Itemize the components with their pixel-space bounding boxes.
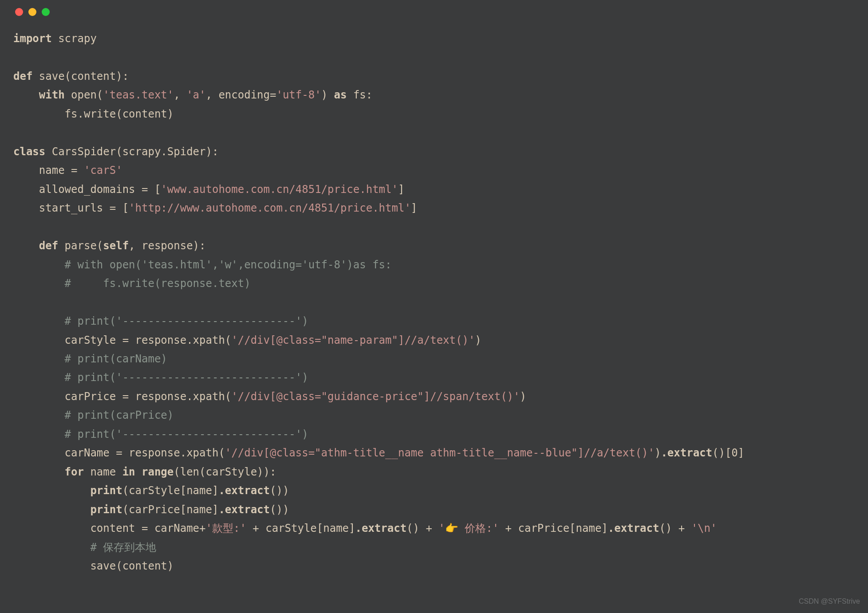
cmt-print-carname: # print(carName) — [65, 353, 167, 365]
extract-5: .extract — [608, 522, 659, 534]
eq-1: = — [270, 89, 276, 101]
extract-open-1: () — [406, 522, 419, 534]
paren-close-1: ()) — [270, 484, 289, 497]
extract-2: .extract — [218, 484, 270, 497]
close-bracket-2: ] — [411, 202, 417, 214]
kw-with: with — [39, 89, 65, 101]
carname-lhs: carName = response.xpath( — [65, 447, 225, 459]
print-2: print — [90, 503, 122, 516]
module-scrapy: scrapy — [58, 32, 97, 45]
close-icon[interactable] — [15, 8, 23, 16]
open-paren: ( — [65, 70, 71, 83]
cmt-dash-1: # print('---------------------------') — [65, 315, 308, 327]
code-block: import scrapy def save(content): with op… — [13, 29, 855, 576]
attr-start: start_urls = [ — [39, 202, 129, 214]
attr-allowed: allowed_domains = [ — [39, 183, 161, 196]
kw-import: import — [13, 32, 52, 45]
content-lhs: content = carName+ — [90, 522, 205, 534]
cmt-open-teas-html: # with open('teas.html','w',encoding='ut… — [65, 259, 392, 271]
carprice-idx: carPrice[name] — [518, 522, 608, 534]
extract-open-2: () — [659, 522, 672, 534]
print-price: (carPrice[name] — [122, 503, 219, 516]
save-call: save(content) — [90, 560, 174, 572]
close-paren: ) — [116, 70, 122, 83]
minimize-icon[interactable] — [28, 8, 36, 16]
comma-3: , — [129, 240, 142, 252]
fs-write-call: fs.write(content) — [65, 108, 174, 120]
var-fs: fs — [353, 89, 366, 101]
attr-name: name = — [39, 164, 84, 177]
comma-1: , — [174, 89, 186, 101]
val-start: 'http://www.autohome.com.cn/4851/price.h… — [129, 202, 411, 214]
extract-4: .extract — [355, 522, 407, 534]
open-paren-4: ( — [97, 240, 103, 252]
cmt-dash-3: # print('---------------------------') — [65, 428, 308, 440]
watermark: CSDN @SYFStrive — [799, 595, 860, 608]
print-style: (carStyle[name] — [122, 484, 219, 497]
range-len: (len(carStyle)): — [174, 466, 276, 478]
cmt-save-local: # 保存到本地 — [90, 541, 156, 554]
str-mode-a: 'a' — [186, 89, 205, 101]
kw-def: def — [13, 70, 32, 83]
for-name: name — [90, 466, 116, 478]
str-newline: '\n' — [691, 522, 717, 534]
param-content: content — [71, 70, 116, 83]
comma-2: , — [206, 89, 219, 101]
kw-def-2: def — [39, 240, 58, 252]
colon-3: : — [212, 145, 218, 158]
carstyle-lhs: carStyle = response.xpath( — [65, 334, 232, 346]
kw-encoding: encoding — [218, 89, 270, 101]
plus-2: + — [419, 522, 438, 534]
open-paren-2: ( — [97, 89, 103, 101]
fn-open: open — [71, 89, 97, 101]
plus-4: + — [672, 522, 691, 534]
plus-3: + — [499, 522, 518, 534]
str-utf8: 'utf-8' — [276, 89, 321, 101]
close-paren-5: ) — [475, 334, 481, 346]
kw-class: class — [13, 145, 45, 158]
close-paren-4: ) — [193, 240, 199, 252]
str-kuanxing: '款型:' — [205, 522, 246, 534]
range: range — [142, 466, 174, 478]
str-teas-text: 'teas.text' — [103, 89, 174, 101]
window-traffic-lights — [15, 8, 855, 16]
fn-save: save — [39, 70, 65, 83]
code-window: import scrapy def save(content): with op… — [0, 0, 868, 613]
class-name: CarsSpider — [52, 145, 116, 158]
val-name: 'carS' — [84, 164, 122, 177]
carstyle-xpath: '//div[@class="name-param"]//a/text()' — [231, 334, 475, 346]
kw-as: as — [334, 89, 347, 101]
close-paren-2: ) — [321, 89, 327, 101]
extract-1: .extract — [661, 447, 712, 459]
carprice-xpath: '//div[@class="guidance-price"]//span/te… — [231, 390, 520, 403]
val-allowed: 'www.autohome.com.cn/4851/price.html' — [161, 183, 398, 196]
str-finger-price: '👉 价格:' — [438, 522, 499, 534]
print-1: print — [90, 484, 122, 497]
colon: : — [122, 70, 129, 83]
carprice-lhs: carPrice = response.xpath( — [65, 390, 232, 403]
base-class: scrapy.Spider — [122, 145, 206, 158]
open-paren-3: ( — [116, 145, 122, 158]
close-paren-6: ) — [520, 390, 526, 403]
close-paren-3: ) — [206, 145, 212, 158]
paren-close-2: ()) — [270, 503, 289, 516]
cmt-fs-write-response: # fs.write(response.text) — [65, 277, 251, 290]
close-bracket-1: ] — [398, 183, 404, 196]
plus-1: + — [246, 522, 265, 534]
carname-xpath: '//div[@class="athm-title__name athm-tit… — [225, 447, 655, 459]
param-self: self — [103, 240, 129, 252]
colon-4: : — [199, 240, 205, 252]
param-response: response — [142, 240, 193, 252]
close-paren-7: ) — [655, 447, 661, 459]
colon-2: : — [366, 89, 372, 101]
cmt-dash-2: # print('---------------------------') — [65, 371, 308, 384]
carstyle-idx: carStyle[name] — [265, 522, 355, 534]
zoom-icon[interactable] — [42, 8, 50, 16]
fn-parse: parse — [65, 240, 97, 252]
kw-in: in — [122, 466, 135, 478]
kw-for: for — [65, 466, 84, 478]
cmt-print-carprice: # print(carPrice) — [65, 409, 174, 421]
extract-3: .extract — [218, 503, 270, 516]
extract0: ()[0] — [712, 447, 744, 459]
